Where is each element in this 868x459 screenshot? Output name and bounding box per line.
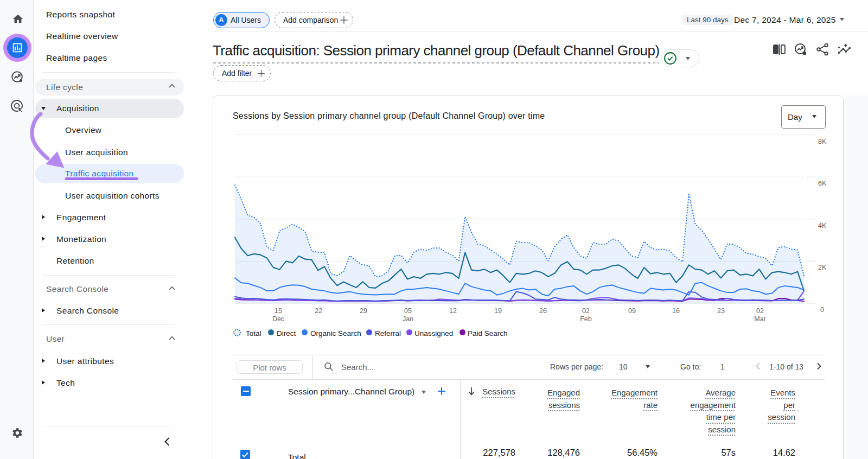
svg-text:Feb: Feb xyxy=(580,315,592,323)
svg-text:Mar: Mar xyxy=(754,315,766,323)
svg-text:02: 02 xyxy=(582,307,590,315)
svg-text:26: 26 xyxy=(539,307,547,315)
svg-text:22: 22 xyxy=(315,307,322,315)
svg-text:0: 0 xyxy=(820,306,824,314)
svg-text:09: 09 xyxy=(628,307,636,315)
svg-text:2K: 2K xyxy=(818,264,827,271)
svg-text:23: 23 xyxy=(717,307,725,315)
svg-text:Dec: Dec xyxy=(272,315,284,323)
svg-text:8K: 8K xyxy=(818,138,827,145)
svg-text:15: 15 xyxy=(275,307,282,315)
svg-text:19: 19 xyxy=(494,307,502,315)
svg-text:12: 12 xyxy=(449,307,457,315)
svg-text:Jan: Jan xyxy=(403,315,413,323)
svg-text:4K: 4K xyxy=(818,222,827,229)
svg-text:02: 02 xyxy=(756,307,764,315)
svg-text:29: 29 xyxy=(360,307,367,315)
svg-text:05: 05 xyxy=(404,307,412,315)
svg-text:16: 16 xyxy=(672,307,680,315)
svg-text:6K: 6K xyxy=(818,180,827,187)
